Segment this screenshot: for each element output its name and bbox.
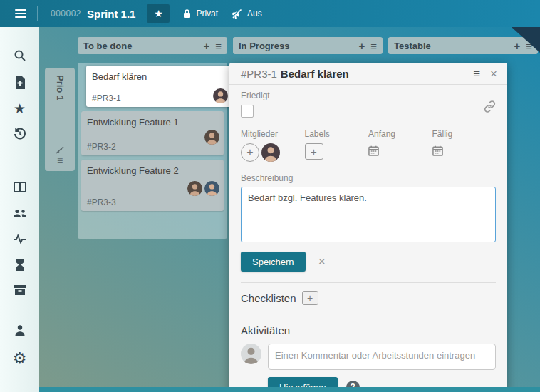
star-icon[interactable]: ★ xyxy=(0,99,39,118)
checklists-section: Checklisten + xyxy=(241,291,496,305)
member-avatar[interactable] xyxy=(261,143,280,162)
divider xyxy=(241,282,496,283)
board-title[interactable]: Sprint 1.1 xyxy=(87,8,135,20)
card-menu-icon[interactable]: ≡ xyxy=(473,68,480,80)
history-icon[interactable] xyxy=(0,125,39,143)
description-textarea[interactable]: Bedarf bzgl. Features klären. xyxy=(241,187,496,242)
privacy-label: Privat xyxy=(196,9,218,19)
card-title: Entwicklung Feature 1 xyxy=(87,117,218,128)
calendar-icon[interactable] xyxy=(432,145,443,159)
card-title: Entwicklung Feature 2 xyxy=(87,165,218,176)
list-header-in-progress[interactable]: In Progress + ≡ xyxy=(233,37,383,54)
due-date-label: Fällig xyxy=(432,129,497,139)
add-board-icon[interactable] xyxy=(0,73,39,92)
bottom-bar[interactable] xyxy=(39,387,540,392)
list-menu-icon[interactable]: ≡ xyxy=(370,41,377,51)
done-checkbox[interactable] xyxy=(241,105,254,118)
card-detail-id: #PR3-1 xyxy=(241,68,277,80)
list-header-to-be-done[interactable]: To be done + ≡ xyxy=(78,37,227,54)
add-card-icon[interactable]: + xyxy=(203,41,209,51)
board-view-icon[interactable] xyxy=(0,177,39,196)
avatar[interactable] xyxy=(213,88,228,103)
list-header-testable[interactable]: Testable + ≡ xyxy=(388,37,538,54)
board-number: 000002 xyxy=(51,9,81,19)
divider xyxy=(241,316,496,316)
description-label: Beschreibung xyxy=(241,173,496,183)
add-label-button[interactable]: + xyxy=(305,143,323,160)
top-bar: 000002 Sprint 1.1 ★ Privat Aus xyxy=(0,0,540,27)
cancel-icon[interactable]: × xyxy=(318,255,326,268)
board-canvas: To be done + ≡ In Progress + ≡ Testable … xyxy=(39,27,540,392)
close-icon[interactable]: × xyxy=(490,68,497,80)
list-title: Testable xyxy=(394,41,508,51)
privacy-button[interactable]: Privat xyxy=(182,9,218,19)
star-icon: ★ xyxy=(154,8,163,19)
done-field: Erledigt xyxy=(241,91,270,118)
card-detail-name[interactable]: Bedarf klären xyxy=(281,68,349,80)
card-id: #PR3-1 xyxy=(92,93,213,103)
card-pr3-2[interactable]: Entwicklung Feature 1 #PR3-2 xyxy=(81,111,224,155)
start-date-label: Anfang xyxy=(368,129,432,139)
due-date-field: Fällig xyxy=(432,129,497,162)
save-button[interactable]: Speichern xyxy=(241,252,306,272)
card-detail-panel: #PR3-1Bedarf klären ≡ × Erledigt xyxy=(229,63,507,392)
user-icon[interactable] xyxy=(0,321,39,339)
current-user-avatar xyxy=(241,344,261,364)
activity-icon[interactable] xyxy=(0,229,39,248)
settings-gear-icon[interactable]: ⚙ xyxy=(0,349,39,368)
card-pr3-1[interactable]: Bedarf klären #PR3-1 xyxy=(86,66,232,107)
archive-icon[interactable] xyxy=(0,281,39,299)
swimlane-drag-handle[interactable]: ≡ xyxy=(56,146,64,165)
card-detail-title: #PR3-1Bedarf klären xyxy=(241,68,473,80)
list-title: To be done xyxy=(83,41,197,51)
card-pr3-3[interactable]: Entwicklung Feature 2 #PR3-3 xyxy=(81,160,224,211)
topbar-divider xyxy=(37,6,38,21)
card-detail-header: #PR3-1Bedarf klären ≡ × xyxy=(229,63,507,85)
hourglass-icon[interactable] xyxy=(0,255,39,274)
checklists-label: Checklisten xyxy=(241,292,296,304)
add-checklist-button[interactable]: + xyxy=(302,291,318,305)
star-board-button[interactable]: ★ xyxy=(147,4,170,23)
add-member-button[interactable]: + xyxy=(241,143,259,162)
members-field: Mitglieder + xyxy=(241,129,305,162)
card-id: #PR3-3 xyxy=(87,197,187,207)
calendar-icon[interactable] xyxy=(368,145,379,159)
activities-section: Aktivitäten xyxy=(241,324,496,336)
left-sidebar: ★ ⚙ xyxy=(0,27,39,392)
list-menu-icon[interactable]: ≡ xyxy=(215,41,222,51)
avatar[interactable] xyxy=(187,181,202,196)
link-icon[interactable] xyxy=(484,100,496,115)
list-to-be-done: Bedarf klären #PR3-1 Entwicklung Feature… xyxy=(78,63,227,239)
app-window: 000002 Sprint 1.1 ★ Privat Aus ★ xyxy=(0,0,540,392)
swimlane-title: Prio 1 xyxy=(55,75,66,146)
add-card-icon[interactable]: + xyxy=(514,41,520,51)
swimlane-prio1[interactable]: Prio 1 ≡ xyxy=(45,68,75,171)
labels-label: Labels xyxy=(305,129,369,139)
announcements-toggle[interactable]: Aus xyxy=(231,9,262,19)
swimlane-menu-icon: ≡ xyxy=(57,155,63,165)
avatar[interactable] xyxy=(204,181,219,196)
card-id: #PR3-2 xyxy=(87,142,204,152)
labels-field: Labels + xyxy=(305,129,369,162)
members-label: Mitglieder xyxy=(241,129,305,139)
comment-input[interactable] xyxy=(268,344,496,370)
announcements-label: Aus xyxy=(247,9,262,19)
collapse-diagonal-icon xyxy=(56,146,64,154)
hamburger-menu-icon[interactable] xyxy=(10,5,31,22)
list-title: In Progress xyxy=(239,41,353,51)
search-icon[interactable] xyxy=(0,46,39,65)
avatar[interactable] xyxy=(204,130,219,145)
add-card-icon[interactable]: + xyxy=(358,41,365,51)
megaphone-off-icon xyxy=(231,9,243,19)
members-icon[interactable] xyxy=(0,204,39,222)
lock-icon xyxy=(182,9,192,19)
activities-label: Aktivitäten xyxy=(241,324,290,336)
card-title: Bedarf klären xyxy=(92,71,227,82)
start-date-field: Anfang xyxy=(368,129,432,162)
done-label: Erledigt xyxy=(241,91,270,100)
